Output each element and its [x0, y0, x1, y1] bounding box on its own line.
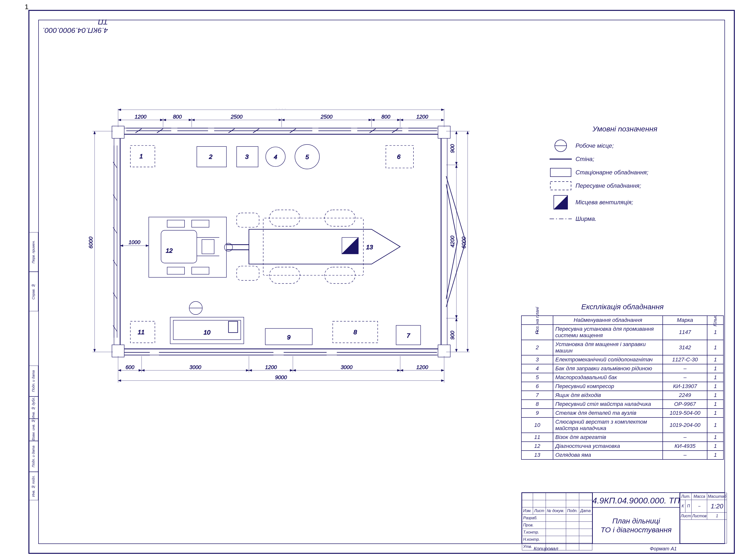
svg-text:2500: 2500 — [320, 114, 332, 120]
svg-text:800: 800 — [381, 114, 390, 120]
explication-title: Експлікація обладнання — [521, 302, 724, 311]
svg-text:9: 9 — [287, 334, 290, 341]
screen-symbol — [546, 218, 576, 220]
drawing-code: 4.9КП.04.9000.000. ТП — [592, 494, 680, 508]
svg-text:6000: 6000 — [461, 237, 467, 249]
svg-text:6000: 6000 — [88, 237, 94, 249]
svg-rect-46 — [192, 220, 209, 227]
svg-text:4200: 4200 — [450, 236, 456, 248]
svg-rect-54 — [237, 266, 259, 280]
svg-rect-4 — [112, 345, 124, 357]
explication: Експлікація обладнання Поз. на плані Най… — [521, 302, 724, 460]
col-mark: Марка — [663, 316, 707, 325]
svg-rect-1 — [114, 128, 447, 355]
col-name: Найменування обладнання — [553, 316, 663, 325]
side-label: Справ. № — [31, 284, 35, 300]
table-row: 7Ящик для відходів22491 — [522, 391, 724, 400]
svg-rect-48 — [192, 267, 209, 274]
svg-text:3000: 3000 — [190, 364, 201, 370]
svg-rect-40 — [149, 217, 226, 277]
table-row: 6Пересувний компресорКИ-139071 — [522, 382, 724, 391]
top-left-code-box: 4.9КП.04.9000.000. ТП — [38, 20, 108, 32]
svg-text:6: 6 — [397, 153, 400, 160]
mobile-symbol — [546, 181, 576, 191]
svg-text:9000: 9000 — [275, 109, 287, 110]
svg-rect-3 — [438, 126, 450, 138]
svg-text:1200: 1200 — [265, 364, 277, 370]
title-block-left: Изм. Лист № докум. Подп. Дата Разраб. Пр… — [522, 493, 593, 544]
col-qty: Кільк. — [707, 316, 724, 325]
format-label: Формат А1 — [650, 546, 677, 552]
svg-rect-45 — [167, 220, 185, 227]
wall-symbol — [546, 158, 576, 160]
table-row: 13Оглядова яма–1 — [522, 450, 724, 460]
legend-item: Стіна; — [546, 152, 704, 166]
ventilation-symbol — [546, 194, 576, 210]
side-label: Подп. и дата — [31, 446, 35, 467]
svg-rect-2 — [112, 126, 124, 138]
legend-item: Ширма. — [546, 212, 704, 225]
table-row: 11Візок для агрегатів–1 — [522, 433, 724, 442]
side-label: Подп. и дата — [31, 370, 35, 392]
copy-label: Копировал — [534, 546, 558, 552]
svg-text:900: 900 — [450, 331, 456, 340]
svg-rect-126 — [550, 182, 571, 190]
svg-text:12: 12 — [166, 247, 173, 254]
svg-text:7: 7 — [407, 332, 410, 339]
table-row: 8Пересувний стіл майстра наладчикаОР-996… — [522, 400, 724, 409]
svg-text:10: 10 — [204, 329, 210, 336]
legend-item: Стаціонарне обладнання; — [546, 166, 704, 179]
legend-item: Робоче місце; — [546, 139, 704, 152]
svg-text:1200: 1200 — [416, 114, 428, 120]
svg-rect-44 — [202, 239, 214, 254]
svg-text:11: 11 — [138, 329, 145, 336]
svg-text:3: 3 — [245, 153, 249, 160]
legend-item: Місцева вентиляція; — [546, 193, 704, 212]
svg-text:3000: 3000 — [341, 364, 352, 370]
side-label: Взам. инв. № — [31, 419, 35, 440]
svg-text:9000: 9000 — [275, 374, 287, 380]
svg-text:8: 8 — [353, 329, 357, 336]
table-row: 5Маслороздавальний бак–1 — [522, 373, 724, 382]
title-block: Изм. Лист № докум. Подп. Дата Разраб. Пр… — [522, 492, 725, 544]
svg-text:2: 2 — [209, 153, 212, 160]
svg-text:5: 5 — [306, 154, 309, 160]
col-pos: Поз. на плані — [522, 316, 553, 325]
svg-text:2500: 2500 — [230, 114, 243, 120]
svg-text:1: 1 — [140, 153, 143, 159]
table-row: 2Установка для мащення і заправки машин3… — [522, 340, 724, 355]
svg-rect-47 — [167, 267, 185, 274]
legend-item: Пересувне обладнання; — [546, 179, 704, 193]
svg-rect-55 — [263, 218, 363, 275]
page-number: 1 — [25, 3, 29, 11]
scale: 1:20 — [707, 500, 727, 512]
svg-text:600: 600 — [126, 364, 134, 370]
svg-text:1200: 1200 — [135, 114, 146, 120]
drawing-title: План дільниці ТО і діагностування — [592, 507, 680, 544]
title-block-right: Лит. Масса Масштаб К П – 1:20 Лист Листо… — [679, 493, 725, 544]
table-row: 3Електромеханічний солідолонагнітач1127-… — [522, 355, 724, 364]
table-row: 9Стелаж для деталей та вузлів1019-504-00… — [522, 409, 724, 417]
workplace-symbol — [546, 139, 576, 153]
table-row: 10Слюсарний верстат з комплектом майстра… — [522, 417, 724, 433]
stationary-symbol — [546, 167, 576, 178]
svg-rect-5 — [438, 345, 450, 357]
svg-rect-41 — [161, 230, 197, 263]
svg-text:800: 800 — [173, 114, 182, 120]
legend: Умовні позначення Робоче місце; Стіна; С… — [546, 125, 704, 225]
floor-plan: 1 2 3 4 5 6 12 — [68, 109, 508, 405]
table-row: 1Пересувна установка для промивання сист… — [522, 325, 724, 340]
table-row: 4Бак для заправки гальмівною рідиною–1 — [522, 364, 724, 373]
drawing-sheet: 1 4.9КП.04.9000.000. ТП Инв. № подл. Под… — [0, 0, 741, 560]
explication-table: Поз. на плані Найменування обладнання Ма… — [521, 316, 724, 460]
svg-text:4: 4 — [274, 154, 277, 160]
svg-rect-0 — [120, 134, 441, 349]
svg-text:1200: 1200 — [416, 364, 428, 370]
side-label: Перв. примен. — [31, 240, 35, 263]
svg-text:900: 900 — [450, 144, 456, 153]
side-label: Инв. № дубл. — [31, 397, 35, 418]
side-label: Инв. № подл. — [31, 475, 35, 497]
svg-text:1000: 1000 — [128, 239, 140, 245]
table-row: 12Діагностична установкаКИ-49351 — [522, 442, 724, 450]
drawing-code-reverse: 4.9КП.04.9000.000. ТП — [39, 18, 108, 34]
